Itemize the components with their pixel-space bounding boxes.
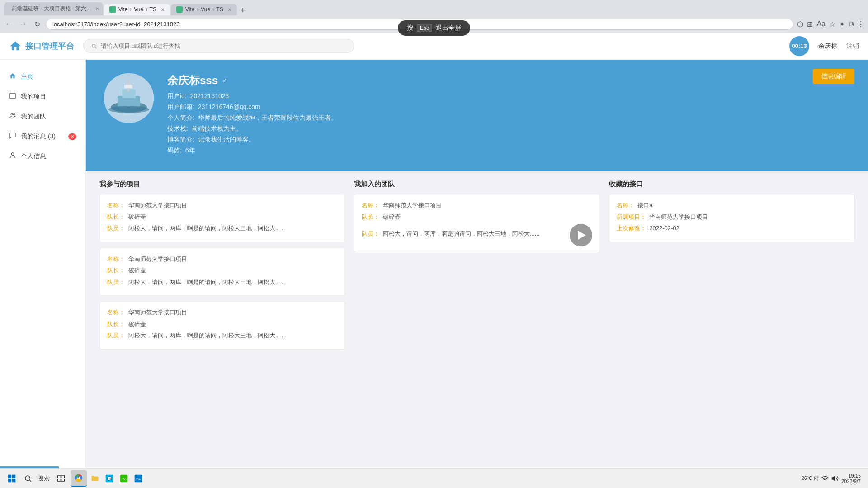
esc-key-badge: Esc — [417, 24, 432, 32]
new-tab-button[interactable]: + — [238, 6, 248, 15]
taskbar-search-icon — [24, 474, 32, 483]
intro-value: 华师最后的纯爱战神，王者荣耀段位为最强王者。 — [198, 114, 337, 121]
browser-tab-2[interactable]: Vite + Vue + TS ✕ — [104, 4, 170, 15]
gender-icon: ♂ — [222, 76, 228, 85]
windows-icon — [7, 474, 16, 483]
blog-value: 记录我生活的博客。 — [198, 136, 255, 143]
cast-icon[interactable]: ⬡ — [797, 20, 803, 28]
app-header: 接口管理平台 00:13 余庆标 注销 — [0, 33, 868, 60]
sidebar-messages-label: 我的消息 (3) — [21, 133, 56, 141]
project-card-3: 名称： 华南师范大学接口项目 队长： 破碎壶 队员： 阿松大，请问，两库，啊是的… — [99, 301, 345, 350]
vscode-icon: VS — [134, 474, 143, 483]
sidebar-item-teams[interactable]: 我的团队 — [0, 107, 85, 127]
header-search[interactable] — [83, 39, 354, 53]
profile-header: 余庆标sss ♂ 用户id: 20212131023 用户邮箱: 2311216… — [86, 60, 868, 171]
team1-leader-value: 破碎壶 — [383, 213, 401, 220]
taskbar-app-messaging[interactable]: 💬 — [103, 472, 116, 485]
bookmark-icon[interactable]: ☆ — [829, 20, 835, 28]
profile-info: 余庆标sss ♂ 用户id: 20212131023 用户邮箱: 2311216… — [167, 73, 850, 157]
tech-value: 前端技术栈为主。 — [192, 125, 242, 132]
team1-leader-label: 队长： — [362, 213, 379, 220]
tab3-favicon — [176, 6, 183, 13]
team-video-card: 名称： 华南师范大学接口项目 队长： 破碎壶 队员： 阿松大，请问，两库，啊是 — [354, 194, 599, 253]
start-button[interactable] — [4, 472, 20, 485]
project1-members-value: 阿松大，请问，两库，啊是的请问，阿松大三地，阿松大...... — [128, 225, 285, 232]
sidebar-item-profile[interactable]: 个人信息 — [0, 147, 85, 166]
blog-label: 博客简介: — [167, 136, 194, 143]
app-logo: 接口管理平台 — [9, 40, 74, 52]
files-icon — [90, 474, 99, 483]
project1-leader-value: 破碎壶 — [128, 213, 146, 220]
team1-leader: 队长： 破碎壶 — [362, 213, 592, 222]
messages-sidebar-icon — [9, 132, 16, 141]
taskview-icon — [57, 474, 65, 483]
profile-tech: 技术栈: 前端技术栈为主。 — [167, 125, 850, 133]
browser-tab-1[interactable]: 前端基础班 - 大项目表格 - 第六... ✕ — [4, 2, 103, 15]
time-display: 19:15 — [841, 473, 861, 479]
svg-point-15 — [25, 476, 30, 481]
team1-members-value: 阿松大，请问，两库，啊是的请问，阿松大三地，阿松大...... — [383, 230, 540, 237]
tab3-label: Vite + Vue + TS — [185, 6, 223, 13]
browser-tab-3[interactable]: Vite + Vue + TS ✕ — [171, 4, 237, 15]
saved1-updated: 上次修改： 2022-02-02 — [617, 224, 847, 233]
extensions-icon[interactable]: ⧉ — [849, 20, 854, 28]
reload-button[interactable]: ↻ — [33, 19, 42, 29]
edit-profile-button[interactable]: 信息编辑 — [813, 69, 854, 84]
userid-label: 用户id: — [167, 92, 187, 99]
fullscreen-press-text: 按 — [407, 24, 413, 32]
sidebar-item-projects[interactable]: 我的项目 — [0, 87, 85, 107]
saved-api-card-1: 名称： 接口a 所属项目： 华南师范大学接口项目 上次修改： 2022-02-0… — [609, 194, 854, 242]
sidebar-home-label: 主页 — [21, 73, 33, 81]
project2-leader-label: 队长： — [107, 267, 125, 274]
volume-icon — [831, 475, 839, 482]
grid-icon[interactable]: ⊞ — [807, 20, 813, 28]
header-username[interactable]: 余庆标 — [818, 42, 837, 50]
svg-rect-16 — [58, 475, 61, 478]
app-container: 接口管理平台 00:13 余庆标 注销 主页 — [0, 33, 868, 488]
sidebar-item-home[interactable]: 主页 — [0, 67, 85, 87]
svg-text:💬: 💬 — [107, 476, 112, 481]
svg-point-1 — [11, 114, 13, 115]
browser-actions: ⬡ ⊞ Aa ☆ ✦ ⧉ ⋮ — [797, 20, 864, 28]
taskbar-app-wechat[interactable]: W — [118, 472, 130, 485]
saved1-project: 所属项目： 华南师范大学接口项目 — [617, 213, 847, 222]
taskbar-app-vscode[interactable]: VS — [132, 472, 145, 485]
tech-label: 技术栈: — [167, 125, 188, 132]
saved1-name-label: 名称： — [617, 202, 634, 208]
star-icon[interactable]: ✦ — [839, 20, 845, 28]
tab1-close[interactable]: ✕ — [95, 6, 99, 11]
taskbar-app-taskview[interactable] — [53, 470, 69, 487]
logout-button[interactable]: 注销 — [846, 42, 859, 50]
tab3-close[interactable]: ✕ — [228, 7, 231, 12]
home-sidebar-icon — [9, 72, 16, 81]
age-value: 6年 — [185, 147, 195, 154]
video-play-button[interactable] — [570, 224, 592, 246]
saved1-project-value: 华南师范大学接口项目 — [649, 213, 708, 220]
main-content: 主页 我的项目 我的团队 我的消息 (3) 3 — [0, 60, 868, 488]
messaging-icon: 💬 — [105, 474, 114, 483]
wechat-icon: W — [119, 474, 128, 483]
project3-leader-label: 队长： — [107, 321, 125, 327]
svg-rect-13 — [8, 479, 12, 482]
menu-icon[interactable]: ⋮ — [857, 20, 864, 28]
taskbar-app-files[interactable] — [89, 472, 101, 485]
projects-section-title: 我参与的项目 — [99, 180, 345, 189]
back-button[interactable]: ← — [4, 19, 14, 29]
sidebar-teams-label: 我的团队 — [21, 113, 46, 121]
search-input[interactable] — [101, 43, 347, 49]
project3-name-label: 名称： — [107, 309, 125, 316]
search-icon — [91, 43, 97, 49]
saved1-name: 名称： 接口a — [617, 201, 847, 210]
svg-rect-17 — [61, 475, 65, 478]
reader-icon[interactable]: Aa — [816, 20, 826, 28]
taskbar-search[interactable] — [22, 472, 34, 485]
teams-section-title: 我加入的团队 — [354, 180, 599, 189]
forward-button[interactable]: → — [18, 19, 29, 29]
taskbar-app-chrome[interactable] — [71, 470, 87, 487]
tab2-close[interactable]: ✕ — [161, 7, 165, 12]
sidebar-profile-label: 个人信息 — [21, 152, 46, 161]
sidebar-item-messages[interactable]: 我的消息 (3) 3 — [0, 127, 85, 147]
svg-rect-18 — [58, 479, 61, 481]
taskbar-search-label[interactable]: 搜索 — [36, 474, 52, 483]
email-label: 用户邮箱: — [167, 103, 194, 110]
